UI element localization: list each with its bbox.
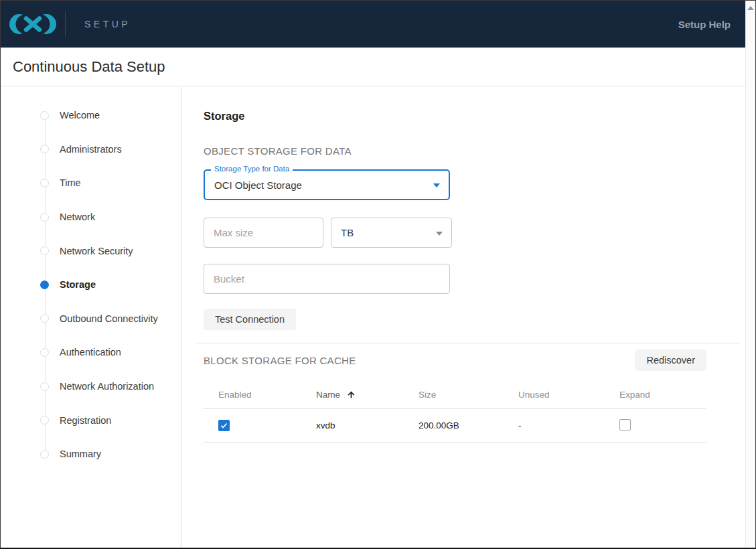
column-header-enabled: Enabled [218, 390, 316, 400]
step-network-security[interactable]: Network Security [1, 234, 181, 268]
table-header-row: Enabled Name Size Unused Expand [204, 381, 706, 409]
product-name: SETUP [84, 19, 131, 29]
step-circle-active-icon [40, 281, 49, 289]
disk-unused-cell: - [518, 420, 619, 430]
rediscover-button[interactable]: Rediscover [635, 349, 706, 371]
step-circle-icon [40, 382, 49, 391]
step-administrators[interactable]: Administrators [1, 133, 181, 167]
column-header-expand: Expand [619, 390, 706, 400]
block-storage-table: Enabled Name Size Unused Expand [204, 381, 706, 443]
step-circle-icon [40, 111, 49, 120]
step-circle-icon [40, 348, 49, 357]
setup-stepper: Welcome Administrators Time Network Netw… [1, 86, 181, 548]
title-bar: Continuous Data Setup [1, 48, 745, 86]
chevron-down-icon [436, 232, 443, 236]
topbar-divider [65, 11, 66, 37]
step-circle-icon [40, 416, 49, 424]
step-circle-icon [40, 213, 49, 222]
enabled-checkbox[interactable] [218, 420, 230, 431]
size-unit-select-value: TB [341, 227, 354, 238]
step-network[interactable]: Network [1, 200, 181, 234]
object-storage-section-title: OBJECT STORAGE FOR DATA [204, 145, 729, 157]
step-outbound-connectivity[interactable]: Outbound Connectivity [1, 302, 181, 336]
block-storage-section-title: BLOCK STORAGE FOR CACHE [204, 355, 356, 366]
vertical-scrollbar[interactable] [745, 1, 755, 548]
step-circle-icon [40, 450, 49, 459]
step-authentication[interactable]: Authentication [1, 335, 181, 370]
section-divider [197, 343, 740, 343]
panel-heading: Storage [204, 110, 729, 123]
delphix-logo-icon [7, 8, 58, 40]
table-row: xvdb 200.00GB - [204, 409, 706, 443]
size-unit-select[interactable]: TB [331, 218, 452, 248]
step-summary[interactable]: Summary [1, 437, 181, 471]
storage-type-select-label: Storage Type for Data [211, 165, 293, 173]
column-header-unused: Unused [518, 390, 619, 400]
step-network-authorization[interactable]: Network Authorization [1, 370, 181, 404]
step-circle-icon [40, 179, 49, 187]
chevron-down-icon [433, 183, 440, 187]
disk-size-cell: 200.00GB [419, 420, 518, 430]
step-welcome[interactable]: Welcome [1, 98, 181, 133]
step-circle-icon [40, 246, 49, 255]
disk-name-cell: xvdb [316, 420, 419, 430]
storage-type-select[interactable]: Storage Type for Data OCI Object Storage [204, 169, 450, 200]
step-storage[interactable]: Storage [1, 268, 181, 302]
sort-ascending-arrow-icon [346, 390, 356, 400]
step-circle-icon [40, 314, 49, 323]
top-navigation-bar: SETUP Setup Help [1, 1, 745, 48]
setup-help-link[interactable]: Setup Help [678, 19, 731, 30]
step-circle-icon [40, 145, 49, 153]
step-registration[interactable]: Registration [1, 403, 181, 437]
scroll-up-arrow-icon[interactable] [747, 6, 754, 10]
test-connection-button[interactable]: Test Connection [204, 309, 296, 330]
max-size-input[interactable] [204, 218, 323, 248]
expand-checkbox[interactable] [619, 419, 631, 430]
app-window: SETUP Setup Help Continuous Data Setup W… [0, 0, 756, 549]
storage-type-select-value: OCI Object Storage [214, 179, 302, 191]
column-header-size: Size [419, 390, 518, 400]
bucket-input[interactable] [204, 264, 450, 294]
column-header-name-sort[interactable]: Name [316, 390, 419, 400]
step-time[interactable]: Time [1, 166, 181, 200]
page-title: Continuous Data Setup [13, 58, 165, 76]
storage-panel: Storage OBJECT STORAGE FOR DATA Storage … [181, 86, 745, 548]
